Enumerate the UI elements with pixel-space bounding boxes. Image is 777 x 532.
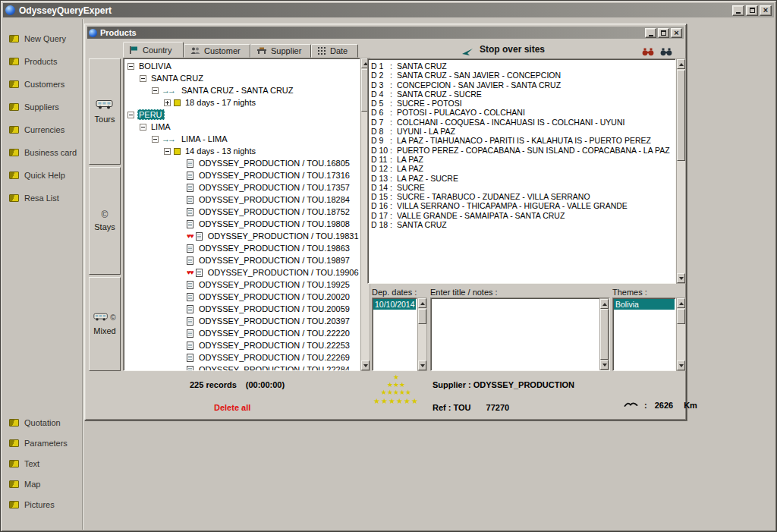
tree-collapse-icon[interactable] (152, 136, 159, 143)
sidebar-item-quotation[interactable]: Quotation (2, 418, 82, 439)
tab-country[interactable]: Country (123, 42, 184, 58)
stopover-day-row[interactable]: D 17:VALLE GRANDE - SAMAIPATA - SANTA CR… (371, 211, 674, 220)
tree-item[interactable]: ODYSSEY_PRODUCTION / TOU.20059 (125, 303, 360, 315)
dep-dates-scrollbar[interactable] (417, 297, 427, 371)
tree-item[interactable]: LIMA (125, 121, 360, 133)
binoculars-dark-icon[interactable] (660, 46, 672, 59)
tree-item[interactable]: ODYSSEY_PRODUCTION / TOU.22269 (125, 351, 360, 364)
stopover-day-row[interactable]: D 3:CONCEPCION - SAN JAVIER - SANTA CRUZ (371, 80, 674, 90)
sidebar-item-currencies[interactable]: Currencies (2, 125, 82, 148)
tree-item[interactable]: BOLIVIA (125, 60, 360, 72)
dep-date-selected[interactable]: 10/10/2014 (373, 299, 416, 310)
maximize-button[interactable] (746, 5, 758, 16)
tree-item[interactable]: ODYSSEY_PRODUCTION / TOU.17357 (125, 181, 360, 194)
sidebar-item-quick-help[interactable]: Quick Help (2, 171, 82, 194)
tree-item[interactable]: ODYSSEY_PRODUCTION / TOU.20397 (125, 315, 360, 327)
stopover-day-row[interactable]: D 15:SUCRE - TARABUCO - ZUDANEZ - VILLA … (371, 192, 674, 201)
mode-button-mixed[interactable]: © Mixed (89, 277, 121, 371)
scroll-down-button[interactable] (418, 360, 426, 370)
themes-scrollbar[interactable] (676, 297, 686, 371)
tree-item[interactable]: →→LIMA - LIMA (125, 133, 360, 145)
stopover-day-row[interactable]: D 18:SANTA CRUZ (371, 220, 674, 229)
stopover-day-row[interactable]: D 16:VILLA SERRANO - THICAPAMPA - HIGUER… (371, 201, 674, 210)
tree-item[interactable]: 18 days - 17 nights (125, 96, 360, 109)
notes-scrollbar[interactable] (599, 298, 609, 370)
stopover-day-row[interactable]: D 6:POTOSI - PULACAYO - COLCHANI (371, 108, 674, 117)
sidebar-item-customers[interactable]: Customers (2, 80, 82, 102)
theme-selected[interactable]: Bolivia (614, 299, 675, 310)
products-maximize-button[interactable] (658, 28, 669, 38)
sidebar-item-pictures[interactable]: Pictures (2, 500, 82, 521)
scroll-thumb[interactable] (600, 309, 609, 360)
tree-item[interactable]: 14 days - 13 nights (125, 145, 360, 157)
tree-item[interactable]: ODYSSEY_PRODUCTION / TOU.18752 (125, 206, 360, 218)
tree-item[interactable]: ODYSSEY_PRODUCTION / TOU.22284 (125, 364, 360, 371)
products-minimize-button[interactable] (645, 28, 656, 38)
stopover-day-row[interactable]: D 11:LA PAZ (371, 155, 674, 164)
tree-item[interactable]: SANTA CRUZ (125, 72, 360, 84)
sidebar-item-map[interactable]: Map (2, 480, 82, 500)
tree-item[interactable]: →→SANTA CRUZ - SANTA CRUZ (125, 84, 360, 96)
tab-supplier[interactable]: Supplier (250, 44, 311, 58)
sidebar-item-parameters[interactable]: Parameters (2, 439, 82, 459)
binoculars-red-icon[interactable] (642, 46, 654, 59)
tree-item[interactable]: ODYSSEY_PRODUCTION / TOU.20020 (125, 291, 360, 303)
sidebar-item-resa-list[interactable]: Resa List (2, 194, 82, 216)
sidebar-item-new-query[interactable]: New Query (2, 34, 82, 57)
scroll-thumb[interactable] (677, 70, 685, 161)
tree-item[interactable]: ODYSSEY_PRODUCTION / TOU.22220 (125, 327, 360, 339)
tree-collapse-icon[interactable] (140, 124, 146, 131)
stopover-scrollbar[interactable] (676, 58, 686, 284)
stopover-day-row[interactable]: D 4:SANTA CRUZ - SUCRE (371, 90, 674, 99)
scroll-down-button[interactable] (677, 360, 685, 370)
tree-item[interactable]: ♥♥ODYSSEY_PRODUCTION / TOU.19831 (125, 230, 360, 242)
tree-item[interactable]: ODYSSEY_PRODUCTION / TOU.22253 (125, 339, 360, 351)
scroll-up-button[interactable] (677, 298, 685, 308)
tree-collapse-icon[interactable] (152, 87, 159, 94)
tree-item[interactable]: ODYSSEY_PRODUCTION / TOU.17316 (125, 169, 360, 181)
scroll-up-button[interactable] (418, 298, 426, 308)
tree-collapse-icon[interactable] (140, 75, 146, 82)
tree-item[interactable]: PERU (125, 109, 360, 121)
scroll-up-button[interactable] (677, 59, 685, 69)
scroll-down-button[interactable] (600, 360, 609, 370)
scroll-thumb[interactable] (677, 309, 685, 324)
tree-item[interactable]: ODYSSEY_PRODUCTION / TOU.18284 (125, 194, 360, 206)
tab-date[interactable]: Date (311, 44, 358, 58)
tree-item[interactable]: ODYSSEY_PRODUCTION / TOU.19808 (125, 218, 360, 230)
stopover-day-row[interactable]: D 7:COLCHANI - COQUESA - INCAHUASI IS - … (371, 118, 674, 127)
stopover-day-row[interactable]: D 5:SUCRE - POTOSI (371, 99, 674, 108)
dep-dates-list[interactable]: 10/10/2014 (372, 297, 417, 371)
stopover-day-row[interactable]: D 9:LA PAZ - TIAHUANACO - PARITI IS - KA… (371, 136, 674, 145)
tree-item[interactable]: ODYSSEY_PRODUCTION / TOU.16805 (125, 157, 360, 169)
sidebar-item-text[interactable]: Text (2, 459, 82, 480)
tree-collapse-icon[interactable] (164, 148, 171, 155)
stopover-day-row[interactable]: D 12:LA PAZ (371, 164, 674, 173)
tree-expand-icon[interactable] (164, 99, 171, 106)
scroll-up-button[interactable] (600, 299, 609, 309)
tree-item[interactable]: ♥♥ODYSSEY_PRODUCTION / TOU.19906 (125, 266, 360, 279)
scroll-down-button[interactable] (361, 360, 370, 370)
tree-collapse-icon[interactable] (127, 112, 134, 118)
delete-all-button[interactable]: Delete all (214, 403, 250, 412)
sidebar-item-suppliers[interactable]: Suppliers (2, 102, 82, 125)
stopover-day-row[interactable]: D 2:SANTA CRUZ - SAN JAVIER - CONCEPCION (371, 71, 674, 80)
tree-collapse-icon[interactable] (127, 63, 134, 70)
tab-customer[interactable]: Customer (184, 44, 250, 58)
stopover-day-row[interactable]: D 10:PUERTO PEREZ - COPACABANA - SUN ISL… (371, 146, 674, 155)
scroll-thumb[interactable] (418, 309, 426, 324)
scroll-down-button[interactable] (677, 273, 685, 283)
minimize-button[interactable] (732, 5, 744, 16)
tree-item[interactable]: ODYSSEY_PRODUCTION / TOU.19925 (125, 279, 360, 291)
stopover-day-row[interactable]: D 8:UYUNI - LA PAZ (371, 127, 674, 136)
products-close-button[interactable]: × (671, 28, 682, 38)
sidebar-item-products[interactable]: Products (2, 57, 82, 80)
themes-list[interactable]: Bolivia (612, 297, 676, 371)
mode-button-stays[interactable]: © Stays (89, 167, 121, 275)
tree-item[interactable]: ODYSSEY_PRODUCTION / TOU.19897 (125, 254, 360, 266)
stopover-day-row[interactable]: D 13:LA PAZ - SUCRE (371, 174, 674, 183)
tree-item[interactable]: ODYSSEY_PRODUCTION / TOU.19863 (125, 242, 360, 254)
close-button[interactable]: × (760, 5, 772, 16)
stopover-day-row[interactable]: D 1:SANTA CRUZ (371, 61, 674, 71)
stopover-day-row[interactable]: D 14:SUCRE (371, 183, 674, 192)
